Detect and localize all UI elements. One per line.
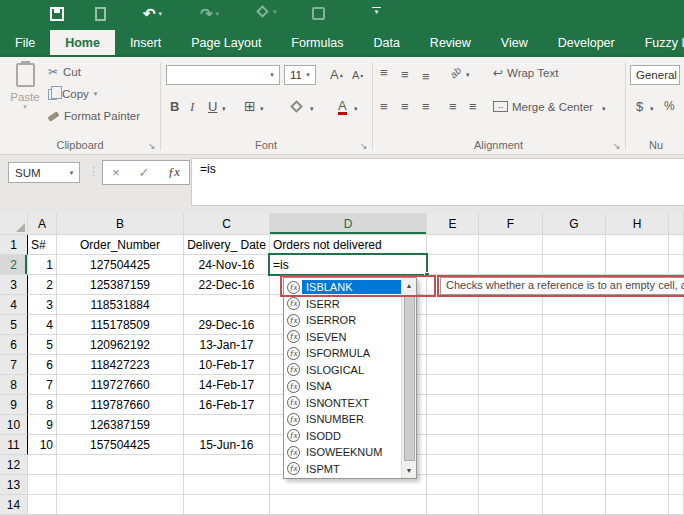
row-header[interactable]: 10 bbox=[0, 415, 28, 435]
cell[interactable] bbox=[479, 435, 543, 455]
tab-review[interactable]: Review bbox=[415, 30, 486, 55]
font-size-combobox[interactable]: 11 ▾ bbox=[284, 65, 316, 85]
autocomplete-item[interactable]: ƒxISERROR bbox=[284, 312, 401, 329]
cell[interactable] bbox=[669, 475, 684, 495]
cell[interactable]: 126387159 bbox=[57, 415, 184, 435]
cell[interactable]: 118427223 bbox=[57, 355, 184, 375]
cell[interactable]: 1 bbox=[28, 255, 57, 275]
fill-color-caret-icon[interactable]: ▾ bbox=[310, 105, 314, 113]
cell[interactable] bbox=[479, 395, 543, 415]
cell-d2-editing[interactable]: =is bbox=[270, 255, 427, 275]
cell[interactable]: 119727660 bbox=[57, 375, 184, 395]
cell[interactable]: 6 bbox=[28, 355, 57, 375]
cell[interactable]: 127504425 bbox=[57, 255, 184, 275]
row-header[interactable]: 1 bbox=[0, 235, 28, 255]
cell[interactable]: 3 bbox=[28, 295, 57, 315]
font-color-button[interactable]: A bbox=[338, 99, 347, 115]
merge-center-button[interactable]: Merge & Center bbox=[512, 101, 593, 113]
cell[interactable]: 5 bbox=[28, 335, 57, 355]
cell[interactable]: 24-Nov-16 bbox=[184, 255, 270, 275]
autocomplete-item[interactable]: ƒxISOWEEKNUM bbox=[284, 444, 401, 461]
cell[interactable] bbox=[606, 355, 669, 375]
scroll-up-icon[interactable]: ▲ bbox=[406, 278, 413, 293]
cut-button[interactable]: ✂ Cut bbox=[48, 63, 81, 81]
cell[interactable]: 8 bbox=[28, 395, 57, 415]
align-bottom-icon[interactable]: ≡ bbox=[422, 69, 430, 84]
tab-view[interactable]: View bbox=[486, 30, 543, 55]
copy-caret-icon[interactable]: ▾ bbox=[94, 90, 98, 98]
align-center-icon[interactable]: ≡ bbox=[401, 99, 409, 114]
cell[interactable] bbox=[479, 355, 543, 375]
align-right-icon[interactable]: ≡ bbox=[422, 99, 430, 114]
cell[interactable] bbox=[669, 375, 684, 395]
cell[interactable] bbox=[427, 375, 479, 395]
scrollbar-thumb[interactable] bbox=[404, 295, 415, 461]
percent-format-button[interactable]: % bbox=[664, 99, 675, 113]
cell[interactable]: 4 bbox=[28, 315, 57, 335]
cell[interactable] bbox=[543, 255, 606, 275]
cell[interactable] bbox=[479, 495, 543, 515]
cell[interactable] bbox=[57, 455, 184, 475]
formula-input[interactable]: =is bbox=[191, 158, 684, 206]
cell[interactable] bbox=[606, 495, 669, 515]
cell[interactable] bbox=[543, 355, 606, 375]
cell[interactable] bbox=[427, 395, 479, 415]
decrease-indent-icon[interactable]: ≡ bbox=[449, 99, 457, 114]
row-header[interactable]: 9 bbox=[0, 395, 28, 415]
col-header-a[interactable]: A bbox=[28, 213, 57, 235]
format-painter-button[interactable]: Format Painter bbox=[48, 107, 140, 125]
autocomplete-item[interactable]: ƒxISFORMULA bbox=[284, 345, 401, 362]
cell[interactable] bbox=[427, 335, 479, 355]
cell[interactable] bbox=[427, 475, 479, 495]
cell[interactable] bbox=[427, 295, 479, 315]
col-header-d-selected[interactable]: D bbox=[270, 213, 427, 235]
cell[interactable] bbox=[427, 355, 479, 375]
underline-button[interactable]: U bbox=[208, 99, 217, 114]
redo-caret-icon[interactable]: ▾ bbox=[216, 10, 220, 18]
row-header[interactable]: 4 bbox=[0, 295, 28, 315]
row-header[interactable]: 14 bbox=[0, 495, 28, 515]
cell[interactable] bbox=[184, 475, 270, 495]
alignment-dialog-launcher-icon[interactable]: ↘ bbox=[613, 141, 621, 151]
cell[interactable]: 120962192 bbox=[57, 335, 184, 355]
cell[interactable] bbox=[479, 335, 543, 355]
cell[interactable] bbox=[669, 295, 684, 315]
copy-button[interactable]: Copy ▾ bbox=[48, 85, 97, 103]
autocomplete-item[interactable]: ƒxISEVEN bbox=[284, 329, 401, 346]
col-header-e[interactable]: E bbox=[427, 213, 479, 235]
cell[interactable]: 10-Feb-17 bbox=[184, 355, 270, 375]
number-format-combobox[interactable]: General bbox=[630, 65, 680, 85]
row-header[interactable]: 6 bbox=[0, 335, 28, 355]
italic-button[interactable]: I bbox=[190, 99, 194, 115]
col-header[interactable] bbox=[669, 213, 684, 235]
cell[interactable] bbox=[479, 315, 543, 335]
new-file-icon[interactable] bbox=[95, 7, 106, 21]
col-header-c[interactable]: C bbox=[184, 213, 270, 235]
cell[interactable]: 15-Jun-16 bbox=[184, 435, 270, 455]
cell[interactable] bbox=[543, 435, 606, 455]
cell[interactable]: 9 bbox=[28, 415, 57, 435]
cell[interactable] bbox=[427, 315, 479, 335]
cell[interactable] bbox=[606, 375, 669, 395]
orientation-icon[interactable]: ab bbox=[450, 67, 461, 78]
autocomplete-item[interactable]: ƒxISLOGICAL bbox=[284, 362, 401, 379]
cell[interactable]: 2 bbox=[28, 275, 57, 295]
row-header[interactable]: 13 bbox=[0, 475, 28, 495]
borders-caret-icon[interactable]: ▾ bbox=[260, 105, 264, 113]
cell[interactable] bbox=[427, 435, 479, 455]
cell[interactable] bbox=[606, 315, 669, 335]
fill-color-icon[interactable] bbox=[292, 102, 301, 111]
cell[interactable]: 10 bbox=[28, 435, 57, 455]
paste-button[interactable]: Paste ▾ bbox=[6, 63, 44, 127]
cell[interactable]: 115178509 bbox=[57, 315, 184, 335]
row-header[interactable]: 7 bbox=[0, 355, 28, 375]
col-header-h[interactable]: H bbox=[606, 213, 669, 235]
cell[interactable] bbox=[606, 475, 669, 495]
autocomplete-item[interactable]: ƒxISNA bbox=[284, 378, 401, 395]
align-top-icon[interactable]: ≡ bbox=[380, 65, 388, 80]
customize-qat-button[interactable]: ▾ bbox=[372, 7, 381, 15]
cell[interactable] bbox=[606, 255, 669, 275]
col-header-g[interactable]: G bbox=[543, 213, 606, 235]
select-all-corner[interactable] bbox=[0, 213, 28, 235]
autocomplete-item[interactable]: ƒxISNONTEXT bbox=[284, 395, 401, 412]
